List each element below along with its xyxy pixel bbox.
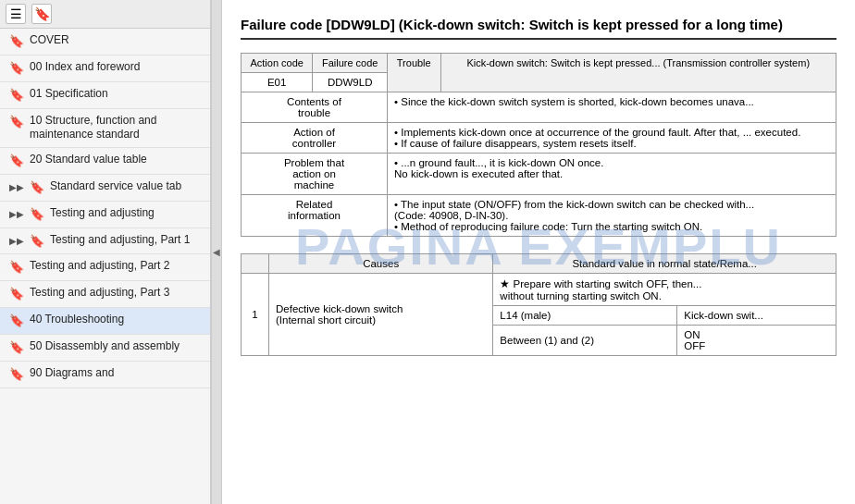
sidebar-label-10: 10 Structure, function and maintenance s… [30,114,203,142]
value-on-off: ON OFF [677,326,836,356]
content-action-controller: • Implements kick-down once at occurrenc… [388,123,836,154]
bookmark-icon-50: 🔖 [9,340,24,356]
trouble-cell: Trouble [388,54,441,92]
sidebar-item-50-disassembly[interactable]: 🔖 50 Disassembly and assembly [0,335,210,362]
sidebar-label-40: 40 Troubleshooting [30,313,203,327]
causes-header-causes: Causes [269,254,493,274]
arrow-testing: ▶ [9,208,24,220]
table-row: Contents oftrouble • Since the kick-down… [242,92,836,123]
bookmark-icon-cover: 🔖 [9,34,24,50]
label-related-info: Relatedinformation [242,195,388,237]
table-row: 1 Defective kick-down switch(Internal sh… [242,274,836,306]
sidebar-item-40-troubleshooting[interactable]: 🔖 40 Troubleshooting [0,308,210,335]
sidebar-label-test3: Testing and adjusting, Part 3 [30,286,203,301]
menu-icon[interactable]: ☰ [6,4,26,24]
bookmark-icon-test2: 🔖 [9,260,24,276]
bookmark-icon-00: 🔖 [9,61,24,77]
causes-table: Causes Standard value in normal state/Re… [241,253,836,356]
bookmark-icon-test: 🔖 [30,207,44,223]
sidebar-item-90-diagrams[interactable]: 🔖 90 Diagrams and [0,362,210,388]
bookmark-icon-40: 🔖 [9,313,24,329]
value-on: ON [684,329,829,340]
page-title: Failure code [DDW9LD] (Kick-down switch:… [241,15,836,40]
content-contents-trouble: • Since the kick-down switch system is s… [388,92,836,123]
sidebar-collapse-handle[interactable]: ◀ [211,0,222,504]
sidebar-label-90: 90 Diagrams and [30,366,203,381]
bookmark-icon-20: 🔖 [9,154,24,169]
bookmark-icon-90: 🔖 [9,367,24,383]
action-code-value: E01 [242,73,313,92]
sidebar-item-standard-service[interactable]: ▶ 🔖 Standard service value tab [0,175,210,202]
causes-note: ★ Prepare with starting switch OFF, then… [493,274,836,306]
sidebar-item-10-structure[interactable]: 🔖 10 Structure, function and maintenance… [0,109,210,148]
connector-between-1-2: Between (1) and (2) [493,326,677,356]
header-failure-code: Failure code [313,54,388,73]
sidebar-label-test2: Testing and adjusting, Part 2 [30,259,203,274]
table-row: Action ofcontroller • Implements kick-do… [242,123,836,154]
cause-num-1: 1 [242,274,269,356]
table-header-row: Action code Failure code Trouble Kick-do… [242,54,836,73]
sidebar-item-testing-adj[interactable]: ▶ 🔖 Testing and adjusting [0,202,210,228]
sidebar-label-20: 20 Standard value table [30,153,203,167]
collapse-arrow-icon: ◀ [213,247,220,257]
table-row: Problem thataction onmachine • ...n grou… [242,154,836,195]
sidebar-label-test1: Testing and adjusting, Part 1 [50,233,203,248]
bookmark-icon-test1: 🔖 [30,234,44,250]
causes-header-num [242,254,269,274]
sidebar-item-testing-adj-3[interactable]: 🔖 Testing and adjusting, Part 3 [0,281,210,308]
label-action-controller: Action ofcontroller [242,123,388,154]
sidebar-item-01-spec[interactable]: 🔖 01 Specification [0,82,210,109]
sidebar: ☰ 🔖 🔖 COVER 🔖 00 Index and foreword 🔖 01… [0,0,211,504]
sidebar-label-test: Testing and adjusting [50,206,203,221]
sidebar-item-testing-adj-2[interactable]: 🔖 Testing and adjusting, Part 2 [0,254,210,281]
sidebar-item-20-standard[interactable]: 🔖 20 Standard value table [0,148,210,175]
content-related-info: • The input state (ON/OFF) from the kick… [388,195,836,237]
bookmark-icon[interactable]: 🔖 [31,4,52,24]
arrow-testing-1: ▶ [9,235,24,247]
sidebar-item-testing-adj-1[interactable]: ▶ 🔖 Testing and adjusting, Part 1 [0,228,210,255]
sidebar-item-00-index[interactable]: 🔖 00 Index and foreword [0,55,210,82]
content-problem-machine: • ...n ground fault..., it is kick-down … [388,154,836,195]
connector-l14: L14 (male) [493,306,677,326]
arrow-standard-service: ▶ [9,181,24,193]
sidebar-label-50: 50 Disassembly and assembly [30,339,203,354]
sidebar-label-std-svc: Standard service value tab [50,179,203,194]
sidebar-label-01: 01 Specification [30,87,203,102]
bookmark-icon-std-svc: 🔖 [30,180,44,196]
bookmark-icon-test3: 🔖 [9,287,24,302]
sidebar-label-00: 00 Index and foreword [30,60,203,75]
value-kickdown-switch: Kick-down swit... [677,306,836,326]
cause-desc-1: Defective kick-down switch(Internal shor… [269,274,493,356]
sidebar-label-cover: COVER [30,33,203,48]
sidebar-toolbar: ☰ 🔖 [0,0,210,29]
label-problem-machine: Problem thataction onmachine [242,154,388,195]
failure-code-table: Action code Failure code Trouble Kick-do… [241,53,836,237]
main-content: PAGINA EXEMPLU Failure code [DDW9LD] (Ki… [222,0,855,504]
bookmark-icon-10: 🔖 [9,115,24,130]
header-action-code: Action code [242,54,313,73]
trouble-desc-cell: Kick-down switch: Switch is kept pressed… [440,54,836,92]
value-off: OFF [684,340,829,351]
failure-code-value: DDW9LD [313,73,388,92]
label-contents-trouble: Contents oftrouble [242,92,388,123]
bookmark-icon-01: 🔖 [9,88,24,104]
table-row: Relatedinformation • The input state (ON… [242,195,836,237]
sidebar-item-cover[interactable]: 🔖 COVER [0,29,210,55]
causes-header-standard: Standard value in normal state/Rema... [493,254,836,274]
causes-header-row: Causes Standard value in normal state/Re… [242,254,836,274]
